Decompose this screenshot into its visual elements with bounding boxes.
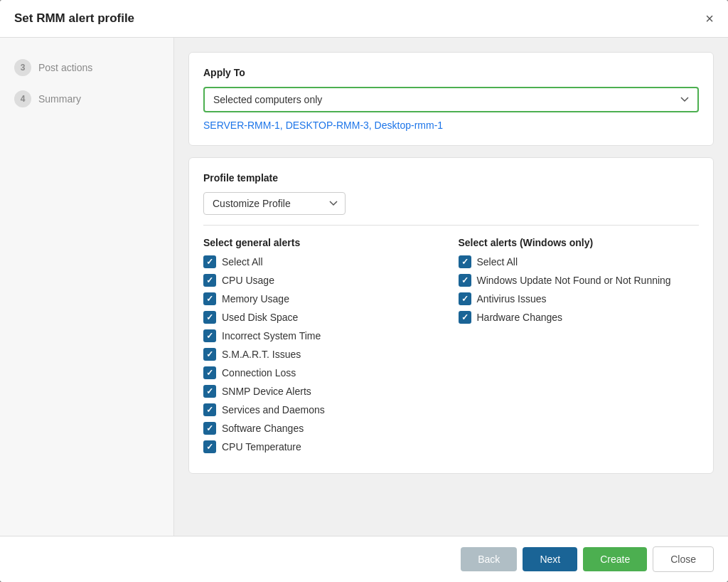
checkbox-wa4[interactable] xyxy=(459,311,471,324)
checkbox-item-wa2: Windows Update Not Found or Not Running xyxy=(459,274,700,287)
profile-template-card: Profile template Customize Profile Defau… xyxy=(188,157,714,474)
apply-to-card: Apply To Selected computers only All com… xyxy=(188,52,714,146)
checkbox-item-wa1: Select All xyxy=(459,255,700,268)
checkbox-label-wa1[interactable]: Select All xyxy=(477,256,518,268)
checkbox-item-ga9: Services and Daemons xyxy=(203,403,444,416)
checkbox-label-ga2[interactable]: CPU Usage xyxy=(222,275,274,286)
checkbox-ga7[interactable] xyxy=(203,366,216,379)
modal-overlay: Set RMM alert profile × 3 Post actions 4… xyxy=(0,0,728,582)
windows-alerts-title: Select alerts (Windows only) xyxy=(459,237,700,248)
checkbox-label-ga8[interactable]: SNMP Device Alerts xyxy=(222,386,311,397)
modal-body: 3 Post actions 4 Summary Apply To Select… xyxy=(0,38,728,536)
checkbox-item-ga7: Connection Loss xyxy=(203,366,444,379)
back-button[interactable]: Back xyxy=(461,547,517,571)
sidebar-item-summary[interactable]: 4 Summary xyxy=(0,83,173,115)
checkbox-item-ga3: Memory Usage xyxy=(203,292,444,305)
profile-select-wrap: Customize Profile Default Profile xyxy=(203,192,346,215)
divider xyxy=(203,225,699,226)
checkbox-label-wa4[interactable]: Hardware Changes xyxy=(477,312,563,323)
checkbox-label-wa3[interactable]: Antivirus Issues xyxy=(477,293,547,305)
checkbox-label-ga5[interactable]: Incorrect System Time xyxy=(222,330,321,342)
checkbox-label-ga3[interactable]: Memory Usage xyxy=(222,293,289,305)
checkbox-ga6[interactable] xyxy=(203,348,216,361)
checkbox-label-ga7[interactable]: Connection Loss xyxy=(222,367,296,379)
checkbox-ga1[interactable] xyxy=(203,255,216,268)
checkbox-ga10[interactable] xyxy=(203,422,216,435)
checkbox-item-ga2: CPU Usage xyxy=(203,274,444,287)
checkbox-item-ga4: Used Disk Space xyxy=(203,311,444,324)
sidebar-label-post-actions: Post actions xyxy=(38,62,92,73)
alerts-grid: Select general alerts Select All CPU Usa… xyxy=(203,237,699,459)
checkbox-label-ga6[interactable]: S.M.A.R.T. Issues xyxy=(222,349,301,360)
checkbox-ga4[interactable] xyxy=(203,311,216,324)
apply-to-select[interactable]: Selected computers only All computers xyxy=(203,87,699,112)
windows-alerts-column: Select alerts (Windows only) Select All … xyxy=(459,237,700,459)
profile-template-label: Profile template xyxy=(203,172,699,184)
checkbox-ga3[interactable] xyxy=(203,292,216,305)
checkbox-item-ga6: S.M.A.R.T. Issues xyxy=(203,348,444,361)
close-button[interactable]: Close xyxy=(653,546,714,572)
profile-template-select[interactable]: Customize Profile Default Profile xyxy=(203,192,346,215)
computer-links-text[interactable]: SERVER-RMM-1, DESKTOP-RMM-3, Desktop-rmm… xyxy=(203,120,443,131)
next-button[interactable]: Next xyxy=(523,547,577,571)
sidebar: 3 Post actions 4 Summary xyxy=(0,38,174,536)
checkbox-item-ga10: Software Changes xyxy=(203,422,444,435)
checkbox-label-ga4[interactable]: Used Disk Space xyxy=(222,312,298,323)
checkbox-item-ga8: SNMP Device Alerts xyxy=(203,385,444,398)
content-area: Apply To Selected computers only All com… xyxy=(174,38,728,536)
general-alerts-column: Select general alerts Select All CPU Usa… xyxy=(203,237,444,459)
general-alerts-title: Select general alerts xyxy=(203,237,444,248)
step-num-4: 4 xyxy=(14,90,31,107)
checkbox-wa2[interactable] xyxy=(459,274,471,287)
computer-links: SERVER-RMM-1, DESKTOP-RMM-3, Desktop-rmm… xyxy=(203,120,699,131)
modal-footer: Back Next Create Close xyxy=(0,536,728,582)
modal-title: Set RMM alert profile xyxy=(14,11,134,26)
modal: Set RMM alert profile × 3 Post actions 4… xyxy=(0,0,728,582)
modal-header: Set RMM alert profile × xyxy=(0,0,728,38)
sidebar-label-summary: Summary xyxy=(38,93,81,105)
checkbox-ga9[interactable] xyxy=(203,403,216,416)
modal-close-button[interactable]: × xyxy=(705,11,714,26)
checkbox-item-wa3: Antivirus Issues xyxy=(459,292,700,305)
checkbox-wa1[interactable] xyxy=(459,255,471,268)
checkbox-ga2[interactable] xyxy=(203,274,216,287)
checkbox-label-ga1[interactable]: Select All xyxy=(222,256,263,268)
checkbox-ga5[interactable] xyxy=(203,329,216,342)
checkbox-label-ga9[interactable]: Services and Daemons xyxy=(222,404,325,416)
create-button[interactable]: Create xyxy=(583,547,647,571)
checkbox-label-ga11[interactable]: CPU Temperature xyxy=(222,441,301,453)
checkbox-item-wa4: Hardware Changes xyxy=(459,311,700,324)
apply-to-label: Apply To xyxy=(203,67,699,78)
checkbox-item-ga5: Incorrect System Time xyxy=(203,329,444,342)
checkbox-wa3[interactable] xyxy=(459,292,471,305)
checkbox-ga11[interactable] xyxy=(203,440,216,453)
checkbox-label-ga10[interactable]: Software Changes xyxy=(222,423,304,434)
checkbox-label-wa2[interactable]: Windows Update Not Found or Not Running xyxy=(477,275,671,286)
step-num-3: 3 xyxy=(14,59,31,76)
checkbox-item-ga1: Select All xyxy=(203,255,444,268)
checkbox-item-ga11: CPU Temperature xyxy=(203,440,444,453)
checkbox-ga8[interactable] xyxy=(203,385,216,398)
sidebar-item-post-actions[interactable]: 3 Post actions xyxy=(0,52,173,83)
